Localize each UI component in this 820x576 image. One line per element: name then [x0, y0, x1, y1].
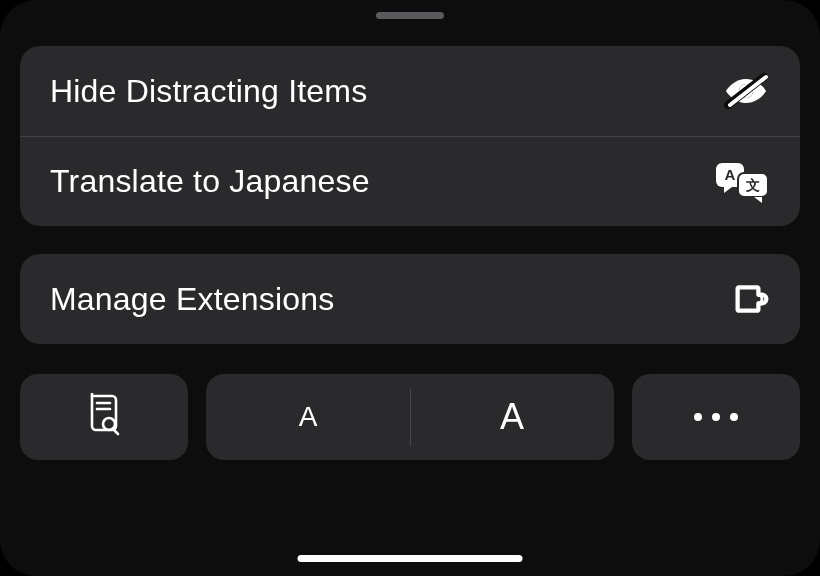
menu-group-extensions: Manage Extensions [20, 254, 800, 344]
manage-extensions-row[interactable]: Manage Extensions [20, 254, 800, 344]
ellipsis-icon [694, 413, 738, 421]
page-menu-sheet: Hide Distracting Items Translate to Japa… [0, 0, 820, 576]
text-size-increase-button[interactable]: A [410, 374, 614, 460]
reader-mode-button[interactable] [20, 374, 188, 460]
large-a-icon: A [500, 396, 524, 438]
small-a-icon: A [299, 401, 318, 433]
translate-label: Translate to Japanese [50, 163, 370, 200]
manage-extensions-label: Manage Extensions [50, 281, 334, 318]
bottom-toolbar: A A [20, 374, 800, 460]
document-search-icon [85, 393, 123, 441]
hide-distracting-row[interactable]: Hide Distracting Items [20, 46, 800, 136]
text-size-decrease-button[interactable]: A [206, 374, 410, 460]
svg-line-12 [113, 429, 118, 434]
translate-icon: A 文 [714, 161, 770, 203]
eye-slash-icon [722, 71, 770, 111]
svg-text:A: A [725, 166, 736, 183]
text-size-control: A A [206, 374, 614, 460]
hide-distracting-label: Hide Distracting Items [50, 73, 367, 110]
more-options-button[interactable] [632, 374, 800, 460]
home-indicator[interactable] [298, 555, 523, 562]
translate-row[interactable]: Translate to Japanese A 文 [20, 136, 800, 226]
menu-group-reader: Hide Distracting Items Translate to Japa… [20, 46, 800, 226]
puzzle-piece-icon [730, 279, 770, 319]
svg-text:文: 文 [745, 177, 760, 193]
sheet-grabber[interactable] [376, 12, 444, 19]
